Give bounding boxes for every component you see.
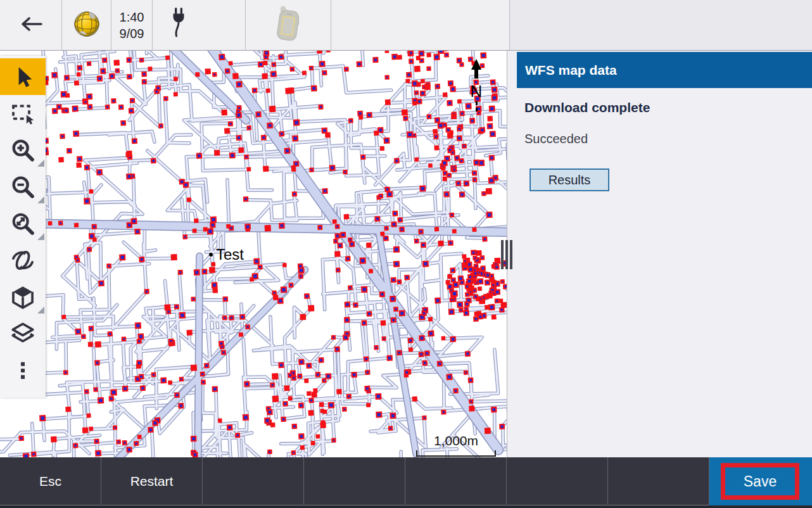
time-text: 1:40 [120, 9, 144, 25]
tool-layers[interactable] [0, 315, 46, 352]
north-label: N [471, 83, 483, 99]
clock-status[interactable]: 1:40 9/09 [111, 0, 153, 50]
more-options-icon [11, 359, 34, 382]
map-view[interactable]: Test N 1,000m [0, 51, 507, 457]
splitter-bar-icon [501, 240, 504, 269]
top-bar: 1:40 9/09 [0, 0, 812, 51]
splitter-bar-icon [505, 240, 508, 269]
map-toolbar [0, 56, 46, 398]
restart-button[interactable]: Restart [101, 457, 203, 505]
wfs-panel: WFS map data Download complete Succeeded… [507, 51, 812, 457]
tool-marquee-select[interactable] [0, 95, 46, 132]
date-text: 9/09 [120, 25, 144, 42]
map-canvas[interactable] [0, 51, 507, 457]
marquee-select-icon [10, 101, 35, 126]
softkey-empty-3 [405, 457, 507, 505]
tool-orbit[interactable] [0, 242, 46, 279]
zoom-in-icon [10, 137, 35, 163]
softkey-empty-2 [304, 457, 405, 505]
top-bar-spacer [331, 0, 510, 50]
panel-title: WFS map data [525, 63, 617, 78]
save-button[interactable]: Save [721, 463, 799, 500]
softkey-empty-5 [608, 457, 709, 505]
zoom-out-icon [10, 174, 35, 200]
receiver-status [246, 0, 331, 50]
back-arrow-icon [18, 16, 44, 35]
top-bar-right-area [510, 0, 812, 50]
layers-icon [10, 321, 36, 347]
panel-splitter-handle[interactable] [501, 240, 512, 269]
scale-line-icon [416, 450, 497, 457]
cube-icon [10, 284, 36, 310]
tool-select[interactable] [0, 58, 46, 95]
bottom-bar: Esc Restart Save [0, 457, 812, 508]
save-cell: Save [709, 457, 812, 505]
tool-more-options[interactable] [0, 352, 46, 389]
map-globe-button[interactable] [62, 0, 111, 50]
receiver-icon [270, 4, 306, 46]
scale-label: 1,000m [415, 433, 497, 448]
tool-zoom-extent[interactable] [0, 205, 46, 242]
download-status: Succeeded [524, 132, 588, 146]
softkey-empty-1 [203, 457, 304, 505]
softkey-empty-4 [507, 457, 608, 505]
results-button[interactable]: Results [530, 168, 609, 191]
tool-zoom-out[interactable] [0, 168, 46, 205]
zoom-extent-icon [10, 211, 35, 236]
panel-header: WFS map data [517, 52, 812, 88]
north-dash-icon [476, 101, 478, 111]
tool-3d-view[interactable] [0, 279, 46, 315]
north-arrow-icon [468, 59, 485, 82]
map-point-label: Test [209, 246, 244, 264]
long-press-indicator-icon [37, 160, 44, 167]
power-plug-icon [170, 7, 187, 44]
long-press-indicator-icon [37, 196, 44, 203]
power-status[interactable] [153, 0, 246, 50]
back-button[interactable] [0, 0, 62, 50]
tool-zoom-in[interactable] [0, 132, 46, 168]
scale-bar: 1,000m [415, 433, 497, 457]
globe-icon [72, 9, 102, 42]
select-cursor-icon [11, 65, 35, 89]
north-arrow: N [467, 59, 485, 111]
download-heading: Download complete [524, 100, 650, 115]
long-press-indicator-icon [37, 307, 44, 314]
esc-button[interactable]: Esc [0, 457, 101, 505]
long-press-indicator-icon [37, 233, 44, 240]
point-dot-icon [209, 253, 213, 257]
orbit-icon [10, 247, 36, 274]
splitter-bar-icon [510, 240, 512, 269]
